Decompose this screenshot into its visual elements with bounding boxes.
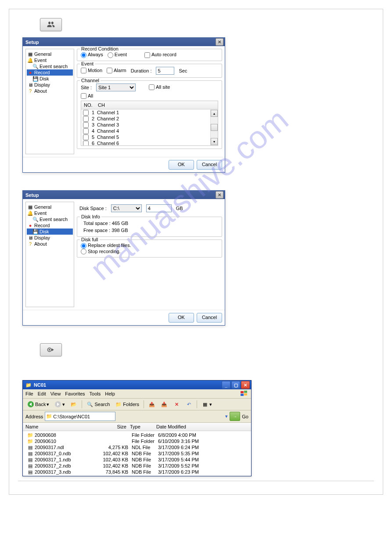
checkbox-alarm[interactable]: Alarm: [107, 68, 126, 74]
explorer-window: 📁 NC01 _ ▢ ✕ File Edit View Favorites To…: [22, 380, 252, 476]
col-size[interactable]: Size: [100, 424, 130, 429]
file-row[interactable]: 📁20090608File Folder6/8/2009 4:00 PM: [23, 432, 251, 438]
menu-file[interactable]: File: [25, 391, 33, 396]
tree-item-record[interactable]: ●Record: [27, 69, 73, 76]
menu-view[interactable]: View: [50, 391, 61, 396]
maximize-button[interactable]: ▢: [231, 381, 240, 389]
svg-rect-5: [244, 393, 247, 395]
file-type: NDB File: [132, 463, 158, 468]
copy-to-button[interactable]: 📥: [159, 400, 169, 409]
radio-replace-oldest[interactable]: Replace oldest files.: [81, 243, 131, 248]
row-checkbox[interactable]: [83, 122, 89, 128]
row-checkbox[interactable]: [83, 141, 89, 146]
tree-item-disk[interactable]: 💾Disk: [27, 76, 73, 82]
close-icon[interactable]: ✕: [216, 191, 223, 199]
file-row[interactable]: ▤20090317_2.ndb102,402 KBNDB File3/17/20…: [23, 463, 251, 469]
tree-item-display[interactable]: 🖥Display: [27, 235, 73, 241]
delete-button[interactable]: ✕: [171, 400, 182, 409]
back-button[interactable]: Back ▾: [25, 400, 51, 409]
up-button[interactable]: 📂: [68, 400, 79, 409]
file-size: 4,275 KB: [102, 445, 132, 450]
table-row[interactable]: 4Channel 4: [81, 128, 218, 134]
menu-help[interactable]: Help: [105, 391, 115, 396]
menu-edit[interactable]: Edit: [38, 391, 46, 396]
table-row[interactable]: 2Channel 2: [81, 116, 218, 122]
tree-item-disk[interactable]: 💾Disk: [27, 229, 73, 235]
search-button[interactable]: 🔍Search: [85, 400, 111, 409]
file-row[interactable]: ▤20090317_3.ndb73,845 KBNDB File3/17/200…: [23, 469, 251, 475]
col-type[interactable]: Type: [130, 424, 156, 429]
table-row[interactable]: 3Channel 3: [81, 122, 218, 128]
site-select[interactable]: Site 1: [96, 83, 136, 91]
disk-size-input[interactable]: [146, 204, 172, 212]
col-name[interactable]: Name: [23, 424, 100, 429]
col-ch[interactable]: CH: [98, 102, 218, 108]
tree-item-record[interactable]: ●Record: [27, 222, 73, 229]
cancel-button[interactable]: Cancel: [197, 313, 222, 323]
file-type: NDB File: [132, 451, 158, 456]
row-checkbox[interactable]: [83, 110, 89, 116]
file-row[interactable]: ▤20090317_0.ndb102,402 KBNDB File3/17/20…: [23, 450, 251, 457]
tree-item-general[interactable]: ▦General: [27, 204, 73, 210]
row-channel: Channel 3: [97, 122, 218, 127]
windows-logo-icon: [240, 390, 248, 397]
folder-icon: 📁: [27, 439, 33, 444]
tree-item-display[interactable]: 🖥Display: [27, 82, 73, 88]
close-icon[interactable]: ✕: [216, 38, 223, 46]
radio-stop-recording[interactable]: Stop recording.: [81, 249, 121, 254]
col-no[interactable]: NO.: [81, 102, 98, 108]
col-date[interactable]: Date Modified: [156, 424, 251, 429]
undo-button[interactable]: ↶: [183, 400, 194, 409]
minimize-button[interactable]: _: [222, 381, 230, 389]
move-to-button[interactable]: 📤: [147, 400, 157, 409]
checkbox-motion[interactable]: Motion: [81, 68, 102, 74]
forward-button[interactable]: ▾: [53, 400, 67, 409]
folders-button[interactable]: 📁Folders: [113, 400, 141, 409]
scroll-down-icon[interactable]: ▼: [211, 138, 218, 145]
row-checkbox[interactable]: [83, 134, 89, 140]
checkbox-auto-record[interactable]: Auto record: [144, 52, 176, 58]
tree-item-event[interactable]: 🔔Event: [27, 57, 73, 63]
drive-select[interactable]: C:\: [111, 204, 142, 212]
row-checkbox[interactable]: [83, 116, 89, 122]
ok-button[interactable]: OK: [169, 160, 194, 170]
table-row[interactable]: 6Channel 6: [81, 140, 218, 145]
views-button[interactable]: ▦▾: [200, 400, 214, 409]
scroll-up-icon[interactable]: ▲: [211, 110, 218, 117]
radio-always[interactable]: Always: [81, 52, 103, 58]
dialog-title: Setup: [25, 192, 39, 198]
address-dropdown[interactable]: ▾: [225, 414, 228, 419]
ok-button[interactable]: OK: [169, 313, 194, 323]
record-playback-icon: [47, 345, 55, 354]
tree-item-event-search[interactable]: 🔍Event search: [27, 216, 73, 222]
scroll-thumb[interactable]: [211, 124, 218, 131]
table-row[interactable]: 5Channel 5: [81, 134, 218, 140]
tree-item-event-search[interactable]: 🔍Event search: [27, 63, 73, 69]
table-row[interactable]: 1Channel 1: [81, 109, 218, 116]
address-input[interactable]: [45, 412, 115, 421]
file-date: 3/17/2009 5:35 PM: [158, 451, 251, 456]
playback-button-icon[interactable]: [40, 343, 62, 356]
checkbox-all[interactable]: All: [81, 93, 93, 98]
scrollbar[interactable]: ▲ ▼: [210, 109, 218, 145]
row-checkbox[interactable]: [83, 128, 89, 134]
svg-rect-4: [241, 394, 244, 396]
menu-tools[interactable]: Tools: [90, 391, 101, 396]
tree-item-about[interactable]: ?About: [27, 88, 73, 94]
file-row[interactable]: ▤20090317.ndl4,275 KBNDL File3/17/2009 6…: [23, 444, 251, 450]
menu-favorites[interactable]: Favorites: [65, 391, 85, 396]
duration-label: Duration :: [131, 68, 152, 73]
tree-item-event[interactable]: 🔔Event: [27, 210, 73, 216]
settings-tree: ▦General 🔔Event 🔍Event search ●Record 💾D…: [25, 49, 74, 154]
checkbox-all-site[interactable]: All site: [149, 84, 170, 91]
tree-item-general[interactable]: ▦General: [27, 51, 73, 57]
file-row[interactable]: ▤20090317_1.ndb102,403 KBNDB File3/17/20…: [23, 457, 251, 463]
radio-event[interactable]: Event: [108, 52, 127, 58]
tree-item-about[interactable]: ?About: [27, 241, 73, 247]
cancel-button[interactable]: Cancel: [197, 160, 222, 170]
setup-button-icon[interactable]: [40, 18, 62, 31]
duration-input[interactable]: [156, 67, 174, 75]
go-button[interactable]: →: [230, 412, 240, 421]
close-button[interactable]: ✕: [241, 381, 250, 389]
file-row[interactable]: 📁20090610File Folder6/10/2009 3:16 PM: [23, 438, 251, 444]
